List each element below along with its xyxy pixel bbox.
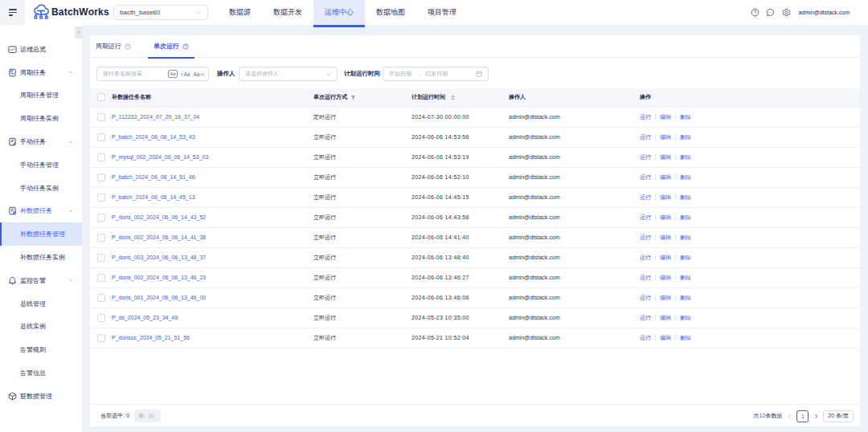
action-link-0[interactable]: 运行	[640, 153, 651, 161]
action-link-0[interactable]: 运行	[640, 294, 651, 302]
nav-item-1[interactable]: 数据开发	[262, 0, 313, 25]
sidebar-item-8[interactable]: 补数据任务管理	[0, 222, 82, 246]
prev-page-icon[interactable]	[787, 414, 792, 419]
action-link-1[interactable]: 编辑	[660, 234, 671, 242]
task-name-link[interactable]: P_doris_001_2024_06_06_13_46_00	[112, 295, 206, 300]
sidebar-item-15[interactable]: 脏数据管理	[0, 385, 82, 408]
page-size-select[interactable]: 20 条/页	[823, 410, 854, 422]
task-name-link[interactable]: P_batch_2024_06_06_14_45_13	[112, 194, 195, 200]
action-link-2[interactable]: 删除	[680, 234, 691, 242]
sidebar-item-11[interactable]: 基线管理	[0, 292, 82, 316]
action-link-1[interactable]: 编辑	[660, 113, 671, 121]
match-start-icon[interactable]: ⊦Aa	[181, 71, 190, 78]
select-all-checkbox[interactable]	[97, 93, 105, 101]
row-checkbox[interactable]	[97, 334, 105, 342]
action-link-1[interactable]: 编辑	[660, 334, 671, 342]
action-link-0[interactable]: 运行	[640, 334, 651, 342]
task-name-link[interactable]: P_mysql_002_2024_06_06_14_53_03	[112, 154, 208, 160]
action-link-0[interactable]: 运行	[640, 234, 651, 242]
tab-0[interactable]: 周期运行	[90, 35, 137, 58]
sidebar-item-2[interactable]: 周期任务管理	[0, 84, 82, 108]
sidebar-collapse-handle[interactable]: ‹	[75, 26, 83, 39]
action-link-0[interactable]: 运行	[640, 194, 651, 202]
user-email[interactable]: admin@dtstack.com	[798, 10, 850, 15]
action-link-2[interactable]: 删除	[680, 254, 691, 262]
message-icon[interactable]	[766, 8, 775, 17]
match-case-boxed-icon[interactable]: Aa	[168, 70, 178, 78]
action-link-0[interactable]: 运行	[640, 173, 651, 181]
row-checkbox[interactable]	[97, 214, 105, 222]
delete-button[interactable]: 删 除	[134, 410, 161, 422]
action-link-2[interactable]: 删除	[680, 113, 691, 121]
sidebar-item-0[interactable]: 运维总览	[0, 38, 82, 61]
action-link-1[interactable]: 编辑	[660, 133, 671, 141]
help-icon[interactable]	[751, 8, 760, 17]
task-name-link[interactable]: P_ds_2024_05_23_34_49	[112, 315, 178, 320]
action-link-2[interactable]: 删除	[680, 194, 691, 202]
sidebar-item-3[interactable]: 周期任务实例	[0, 107, 82, 130]
row-checkbox[interactable]	[97, 153, 105, 161]
operator-select[interactable]: 请选择操作人	[239, 67, 338, 81]
row-checkbox[interactable]	[97, 133, 105, 141]
sidebar-item-4[interactable]: 手动任务	[0, 130, 82, 153]
project-select[interactable]: bacth_base60	[113, 5, 208, 20]
next-page-icon[interactable]	[813, 414, 819, 419]
row-checkbox[interactable]	[97, 314, 105, 322]
action-link-0[interactable]: 运行	[640, 314, 651, 322]
action-link-2[interactable]: 删除	[680, 173, 691, 181]
filter-funnel-icon[interactable]	[350, 95, 356, 100]
action-link-1[interactable]: 编辑	[660, 153, 671, 161]
action-link-2[interactable]: 删除	[680, 153, 691, 161]
nav-item-2[interactable]: 运维中心	[313, 0, 365, 25]
action-link-0[interactable]: 运行	[640, 214, 651, 222]
sidebar-toggle-button[interactable]	[0, 0, 25, 25]
action-link-0[interactable]: 运行	[640, 113, 651, 121]
sidebar-item-9[interactable]: 补数据任务实例	[0, 246, 82, 269]
task-name-link[interactable]: P_batch_2024_06_06_14_53_43	[112, 134, 195, 140]
action-link-0[interactable]: 运行	[640, 133, 651, 141]
nav-item-0[interactable]: 数据源	[218, 0, 262, 25]
task-name-link[interactable]: P_doris_002_2024_06_06_14_43_52	[112, 214, 206, 220]
action-link-2[interactable]: 删除	[680, 294, 691, 302]
action-link-0[interactable]: 运行	[640, 274, 651, 282]
sidebar-item-13[interactable]: 告警规则	[0, 338, 82, 361]
action-link-2[interactable]: 删除	[680, 133, 691, 141]
sorter-icon[interactable]	[451, 95, 455, 100]
row-checkbox[interactable]	[97, 274, 105, 282]
action-link-1[interactable]: 编辑	[660, 214, 671, 222]
sidebar-item-5[interactable]: 手动任务管理	[0, 153, 82, 177]
task-name-link[interactable]: P_batch_2024_06_06_14_51_46	[112, 174, 195, 180]
sidebar-item-12[interactable]: 基线实例	[0, 316, 82, 339]
action-link-1[interactable]: 编辑	[660, 254, 671, 262]
nav-item-4[interactable]: 项目管理	[416, 0, 468, 25]
match-end-icon[interactable]: Aa⊣	[193, 71, 204, 78]
row-checkbox[interactable]	[97, 173, 105, 181]
action-link-2[interactable]: 删除	[680, 334, 691, 342]
action-link-1[interactable]: 编辑	[660, 314, 671, 322]
action-link-2[interactable]: 删除	[680, 314, 691, 322]
row-checkbox[interactable]	[97, 294, 105, 302]
action-link-1[interactable]: 编辑	[660, 274, 671, 282]
plantime-range-picker[interactable]: 开始日期 → 结束日期	[383, 67, 489, 81]
task-name-link[interactable]: P_dorisss_2024_05_21_51_56	[112, 335, 190, 340]
row-checkbox[interactable]	[97, 113, 105, 121]
sidebar-item-7[interactable]: 补数据任务	[0, 200, 82, 223]
action-link-1[interactable]: 编辑	[660, 173, 671, 181]
sidebar-item-1[interactable]: 周期任务	[0, 61, 82, 84]
task-name-link[interactable]: P_doris_002_2024_06_06_13_46_23	[112, 275, 206, 280]
action-link-2[interactable]: 删除	[680, 274, 691, 282]
row-checkbox[interactable]	[97, 234, 105, 242]
task-name-link[interactable]: P_doris_002_2024_06_06_14_41_38	[112, 234, 206, 240]
task-name-link[interactable]: P_doris_003_2024_06_06_13_48_37	[112, 255, 206, 260]
sidebar-item-6[interactable]: 手动任务实例	[0, 177, 82, 200]
action-link-1[interactable]: 编辑	[660, 194, 671, 202]
nav-item-3[interactable]: 数据地图	[365, 0, 416, 25]
task-search-input[interactable]: 按任务名称搜索 Aa ⊦Aa Aa⊣	[96, 67, 209, 81]
sidebar-item-14[interactable]: 告警信息	[0, 361, 82, 385]
action-link-2[interactable]: 删除	[680, 214, 691, 222]
row-checkbox[interactable]	[97, 194, 105, 202]
action-link-1[interactable]: 编辑	[660, 294, 671, 302]
sidebar-item-10[interactable]: 监控告警	[0, 269, 82, 292]
current-page-button[interactable]: 1	[796, 410, 809, 422]
row-checkbox[interactable]	[97, 254, 105, 262]
